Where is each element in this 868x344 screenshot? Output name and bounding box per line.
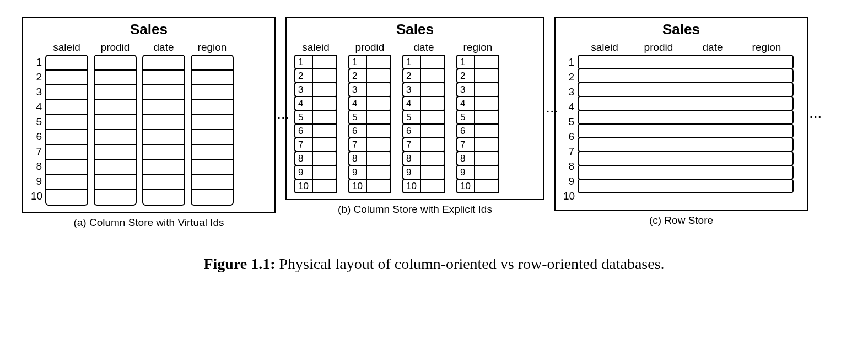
row-number: 6 bbox=[31, 129, 42, 144]
cell: 1 bbox=[294, 55, 337, 69]
panel-a-columns: saleidprodiddateregion bbox=[45, 39, 234, 206]
cell bbox=[46, 130, 87, 145]
table-row bbox=[578, 123, 794, 138]
column-header: region bbox=[740, 41, 794, 53]
cell: 9 bbox=[294, 165, 337, 180]
column-prodid: prodid bbox=[94, 39, 137, 206]
value-cell bbox=[474, 137, 499, 152]
cell: 4 bbox=[456, 96, 499, 111]
value-cell bbox=[366, 82, 391, 97]
cell: 3 bbox=[348, 82, 391, 97]
row-number: 9 bbox=[563, 174, 574, 189]
panel-c-title: Sales bbox=[563, 21, 799, 38]
cell: 10 bbox=[294, 179, 337, 194]
explicit-id: 6 bbox=[294, 123, 312, 138]
cell: 1 bbox=[348, 55, 391, 69]
cell bbox=[95, 100, 136, 115]
cell bbox=[143, 160, 184, 175]
cell: 9 bbox=[402, 165, 445, 180]
value-cell bbox=[474, 110, 499, 125]
explicit-id: 1 bbox=[456, 55, 474, 69]
cell bbox=[46, 190, 87, 205]
explicit-id: 2 bbox=[348, 68, 366, 83]
explicit-id: 8 bbox=[348, 151, 366, 166]
row-number: 10 bbox=[563, 189, 574, 203]
cell: 2 bbox=[402, 68, 445, 83]
explicit-id: 6 bbox=[348, 123, 366, 138]
cell bbox=[143, 100, 184, 115]
cell: 7 bbox=[348, 137, 391, 152]
row-number: 5 bbox=[563, 114, 574, 129]
explicit-id: 7 bbox=[348, 137, 366, 152]
value-cell bbox=[420, 151, 445, 166]
cell bbox=[46, 115, 87, 130]
row-number: 10 bbox=[31, 189, 42, 203]
cell: 10 bbox=[402, 179, 445, 194]
cell bbox=[46, 100, 87, 115]
cell: 7 bbox=[294, 137, 337, 152]
value-cell bbox=[474, 55, 499, 69]
cell: 7 bbox=[402, 137, 445, 152]
panel-c-row-numbers: 12345678910 bbox=[563, 39, 578, 203]
cell bbox=[143, 56, 184, 71]
value-cell bbox=[420, 55, 445, 69]
row-number: 3 bbox=[31, 84, 42, 99]
cell bbox=[95, 71, 136, 85]
cell bbox=[95, 85, 136, 100]
cell: 9 bbox=[456, 165, 499, 180]
cell: 6 bbox=[294, 123, 337, 138]
column-header: prodid bbox=[348, 39, 391, 55]
explicit-id: 7 bbox=[456, 137, 474, 152]
explicit-id: 10 bbox=[294, 179, 312, 194]
value-cell bbox=[312, 110, 337, 125]
panel-a-caption: (a) Column Store with Virtual Ids bbox=[73, 217, 224, 229]
table-row bbox=[578, 55, 794, 69]
cell bbox=[143, 71, 184, 85]
table-row bbox=[578, 68, 794, 83]
value-cell bbox=[474, 96, 499, 111]
cell: 5 bbox=[456, 110, 499, 125]
figure-text: Physical layout of column-oriented vs ro… bbox=[279, 255, 665, 272]
explicit-id: 7 bbox=[402, 137, 420, 152]
value-cell bbox=[420, 179, 445, 194]
value-cell bbox=[366, 68, 391, 83]
explicit-id: 1 bbox=[348, 55, 366, 69]
value-cell bbox=[366, 110, 391, 125]
cell bbox=[46, 71, 87, 85]
table-row bbox=[578, 151, 794, 166]
value-cell bbox=[366, 123, 391, 138]
value-cell bbox=[366, 96, 391, 111]
cell: 5 bbox=[402, 110, 445, 125]
cell: 2 bbox=[294, 68, 337, 83]
column-header: prodid bbox=[101, 39, 130, 55]
cell: 5 bbox=[348, 110, 391, 125]
explicit-id: 10 bbox=[402, 179, 420, 194]
table-row bbox=[578, 82, 794, 97]
cell bbox=[46, 56, 87, 71]
cell: 7 bbox=[456, 137, 499, 152]
table-row bbox=[578, 179, 794, 194]
column-prodid: prodid12345678910 bbox=[348, 39, 391, 192]
column-header: date bbox=[154, 39, 174, 55]
value-cell bbox=[474, 82, 499, 97]
cell: 4 bbox=[348, 96, 391, 111]
panel-a-row-numbers: 12345678910 bbox=[31, 39, 45, 203]
row-number: 9 bbox=[31, 174, 42, 189]
cell: 3 bbox=[456, 82, 499, 97]
value-cell bbox=[366, 55, 391, 69]
row-number: 7 bbox=[563, 144, 574, 159]
value-cell bbox=[312, 96, 337, 111]
panel-c-headers: saleidprodiddateregion bbox=[578, 39, 794, 55]
cell bbox=[192, 160, 233, 175]
column-header: date bbox=[402, 39, 445, 55]
figure-number: Figure 1.1: bbox=[203, 255, 275, 272]
value-cell bbox=[312, 55, 337, 69]
explicit-id: 4 bbox=[348, 96, 366, 111]
cell: 6 bbox=[456, 123, 499, 138]
cell: 8 bbox=[402, 151, 445, 166]
row-number: 1 bbox=[563, 55, 574, 69]
row-number: 2 bbox=[31, 69, 42, 84]
row-number: 1 bbox=[31, 55, 42, 69]
panel-b-wrap: Sales saleid12345678910prodid12345678910… bbox=[285, 17, 544, 229]
explicit-id: 8 bbox=[294, 151, 312, 166]
